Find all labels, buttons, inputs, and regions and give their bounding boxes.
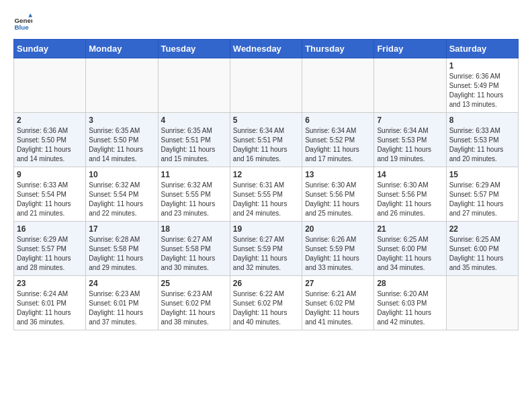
calendar-week-2: 2 Sunrise: 6:36 AMSunset: 5:50 PMDayligh… [14, 113, 519, 167]
svg-marker-2 [28, 13, 32, 17]
day-number: 15 [449, 170, 515, 179]
day-info: Sunrise: 6:20 AMSunset: 6:03 PMDaylight:… [377, 290, 431, 326]
calendar-cell: 11 Sunrise: 6:32 AMSunset: 5:55 PMDaylig… [158, 167, 230, 222]
calendar-cell: 5 Sunrise: 6:34 AMSunset: 5:51 PMDayligh… [230, 113, 302, 167]
day-info: Sunrise: 6:33 AMSunset: 5:54 PMDaylight:… [17, 181, 71, 217]
col-header-friday: Friday [374, 40, 446, 58]
day-info: Sunrise: 6:24 AMSunset: 6:01 PMDaylight:… [17, 290, 71, 326]
day-info: Sunrise: 6:32 AMSunset: 5:55 PMDaylight:… [161, 181, 216, 217]
calendar-cell: 1 Sunrise: 6:36 AMSunset: 5:49 PMDayligh… [446, 58, 518, 113]
calendar-cell [446, 276, 518, 330]
calendar-cell: 21 Sunrise: 6:25 AMSunset: 6:00 PMDaylig… [374, 222, 446, 276]
calendar-cell [230, 58, 302, 113]
day-number: 23 [17, 279, 83, 288]
day-number: 12 [233, 170, 299, 179]
calendar-cell [374, 58, 446, 113]
day-number: 5 [233, 116, 299, 125]
day-info: Sunrise: 6:26 AMSunset: 5:59 PMDaylight:… [305, 236, 359, 271]
day-info: Sunrise: 6:23 AMSunset: 6:02 PMDaylight:… [161, 290, 216, 326]
day-info: Sunrise: 6:25 AMSunset: 6:00 PMDaylight:… [449, 236, 504, 271]
day-number: 25 [161, 279, 227, 288]
calendar-cell: 27 Sunrise: 6:21 AMSunset: 6:02 PMDaylig… [302, 276, 374, 330]
day-info: Sunrise: 6:21 AMSunset: 6:02 PMDaylight:… [305, 290, 359, 326]
day-info: Sunrise: 6:29 AMSunset: 5:57 PMDaylight:… [449, 181, 504, 217]
calendar-cell [14, 58, 86, 113]
calendar-week-4: 16 Sunrise: 6:29 AMSunset: 5:57 PMDaylig… [14, 222, 519, 276]
day-number: 6 [305, 116, 371, 125]
col-header-thursday: Thursday [302, 40, 374, 58]
day-info: Sunrise: 6:34 AMSunset: 5:52 PMDaylight:… [305, 127, 359, 163]
day-number: 22 [449, 224, 515, 234]
calendar-cell: 24 Sunrise: 6:23 AMSunset: 6:01 PMDaylig… [86, 276, 158, 330]
day-number: 11 [161, 170, 227, 179]
day-info: Sunrise: 6:35 AMSunset: 5:51 PMDaylight:… [161, 127, 216, 163]
logo: General Blue [13, 13, 32, 32]
col-header-saturday: Saturday [446, 40, 518, 58]
day-info: Sunrise: 6:36 AMSunset: 5:50 PMDaylight:… [17, 127, 71, 163]
calendar-cell [86, 58, 158, 113]
calendar-cell [158, 58, 230, 113]
col-header-sunday: Sunday [14, 40, 86, 58]
col-header-wednesday: Wednesday [230, 40, 302, 58]
calendar-week-3: 9 Sunrise: 6:33 AMSunset: 5:54 PMDayligh… [14, 167, 519, 222]
day-number: 1 [449, 61, 515, 71]
day-number: 17 [89, 224, 154, 234]
calendar-cell: 22 Sunrise: 6:25 AMSunset: 6:00 PMDaylig… [446, 222, 518, 276]
calendar-cell: 17 Sunrise: 6:28 AMSunset: 5:58 PMDaylig… [86, 222, 158, 276]
day-number: 10 [89, 170, 154, 179]
day-info: Sunrise: 6:27 AMSunset: 5:59 PMDaylight:… [233, 236, 287, 271]
day-number: 28 [377, 279, 443, 288]
calendar-header-row: SundayMondayTuesdayWednesdayThursdayFrid… [14, 40, 519, 58]
day-info: Sunrise: 6:31 AMSunset: 5:55 PMDaylight:… [233, 181, 287, 217]
day-number: 4 [161, 116, 227, 125]
calendar-cell: 6 Sunrise: 6:34 AMSunset: 5:52 PMDayligh… [302, 113, 374, 167]
calendar-cell: 16 Sunrise: 6:29 AMSunset: 5:57 PMDaylig… [14, 222, 86, 276]
day-number: 7 [377, 116, 443, 125]
day-number: 19 [233, 224, 299, 234]
calendar-cell: 28 Sunrise: 6:20 AMSunset: 6:03 PMDaylig… [374, 276, 446, 330]
calendar-cell: 26 Sunrise: 6:22 AMSunset: 6:02 PMDaylig… [230, 276, 302, 330]
day-number: 14 [377, 170, 443, 179]
day-info: Sunrise: 6:30 AMSunset: 5:56 PMDaylight:… [377, 181, 431, 217]
calendar-cell: 3 Sunrise: 6:35 AMSunset: 5:50 PMDayligh… [86, 113, 158, 167]
col-header-monday: Monday [86, 40, 158, 58]
day-number: 8 [449, 116, 515, 125]
day-info: Sunrise: 6:32 AMSunset: 5:54 PMDaylight:… [89, 181, 143, 217]
calendar-cell: 23 Sunrise: 6:24 AMSunset: 6:01 PMDaylig… [14, 276, 86, 330]
calendar-cell: 19 Sunrise: 6:27 AMSunset: 5:59 PMDaylig… [230, 222, 302, 276]
day-info: Sunrise: 6:36 AMSunset: 5:49 PMDaylight:… [449, 73, 504, 108]
day-number: 2 [17, 116, 83, 125]
day-number: 3 [89, 116, 154, 125]
day-info: Sunrise: 6:22 AMSunset: 6:02 PMDaylight:… [233, 290, 287, 326]
logo-icon: General Blue [13, 13, 32, 32]
svg-text:Blue: Blue [14, 24, 29, 31]
day-number: 20 [305, 224, 371, 234]
calendar-table: SundayMondayTuesdayWednesdayThursdayFrid… [13, 39, 519, 330]
day-number: 26 [233, 279, 299, 288]
calendar-cell: 18 Sunrise: 6:27 AMSunset: 5:58 PMDaylig… [158, 222, 230, 276]
calendar-cell: 25 Sunrise: 6:23 AMSunset: 6:02 PMDaylig… [158, 276, 230, 330]
day-info: Sunrise: 6:34 AMSunset: 5:51 PMDaylight:… [233, 127, 287, 163]
day-info: Sunrise: 6:29 AMSunset: 5:57 PMDaylight:… [17, 236, 71, 271]
calendar-cell: 13 Sunrise: 6:30 AMSunset: 5:56 PMDaylig… [302, 167, 374, 222]
calendar-cell: 4 Sunrise: 6:35 AMSunset: 5:51 PMDayligh… [158, 113, 230, 167]
day-number: 9 [17, 170, 83, 179]
day-number: 27 [305, 279, 371, 288]
calendar-cell: 14 Sunrise: 6:30 AMSunset: 5:56 PMDaylig… [374, 167, 446, 222]
day-info: Sunrise: 6:28 AMSunset: 5:58 PMDaylight:… [89, 236, 143, 271]
day-info: Sunrise: 6:35 AMSunset: 5:50 PMDaylight:… [89, 127, 143, 163]
calendar-week-5: 23 Sunrise: 6:24 AMSunset: 6:01 PMDaylig… [14, 276, 519, 330]
day-number: 13 [305, 170, 371, 179]
calendar-cell: 7 Sunrise: 6:34 AMSunset: 5:53 PMDayligh… [374, 113, 446, 167]
calendar-cell [302, 58, 374, 113]
calendar-cell: 2 Sunrise: 6:36 AMSunset: 5:50 PMDayligh… [14, 113, 86, 167]
day-info: Sunrise: 6:33 AMSunset: 5:53 PMDaylight:… [449, 127, 504, 163]
calendar-cell: 10 Sunrise: 6:32 AMSunset: 5:54 PMDaylig… [86, 167, 158, 222]
calendar-cell: 12 Sunrise: 6:31 AMSunset: 5:55 PMDaylig… [230, 167, 302, 222]
calendar-cell: 9 Sunrise: 6:33 AMSunset: 5:54 PMDayligh… [14, 167, 86, 222]
day-info: Sunrise: 6:30 AMSunset: 5:56 PMDaylight:… [305, 181, 359, 217]
day-number: 16 [17, 224, 83, 234]
calendar-cell: 20 Sunrise: 6:26 AMSunset: 5:59 PMDaylig… [302, 222, 374, 276]
day-info: Sunrise: 6:27 AMSunset: 5:58 PMDaylight:… [161, 236, 216, 271]
calendar-cell: 15 Sunrise: 6:29 AMSunset: 5:57 PMDaylig… [446, 167, 518, 222]
